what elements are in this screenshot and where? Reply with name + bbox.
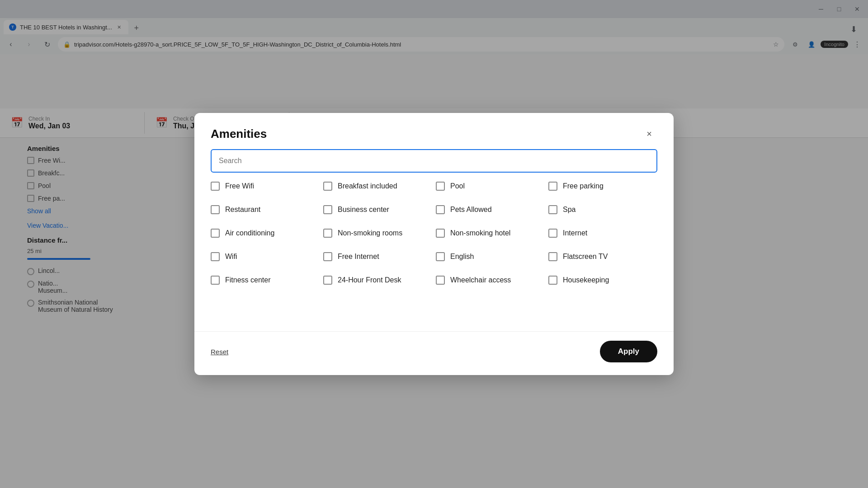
amenity-label-english: English bbox=[450, 253, 474, 261]
modal-body: Free Wifi Breakfast included Pool Free p… bbox=[194, 182, 674, 331]
amenity-non-smoking-rooms[interactable]: Non-smoking rooms bbox=[323, 229, 432, 238]
amenity-label-pets-allowed: Pets Allowed bbox=[450, 206, 492, 214]
amenity-pets-allowed[interactable]: Pets Allowed bbox=[436, 205, 545, 214]
amenity-fitness-center[interactable]: Fitness center bbox=[211, 276, 320, 285]
amenity-24-hour-front-desk[interactable]: 24-Hour Front Desk bbox=[323, 276, 432, 285]
amenity-pool[interactable]: Pool bbox=[436, 182, 545, 191]
checkbox-restaurant[interactable] bbox=[211, 205, 220, 214]
checkbox-air-conditioning[interactable] bbox=[211, 229, 220, 238]
amenities-modal: Amenities × Free Wifi Breakfast included… bbox=[194, 113, 674, 375]
amenity-non-smoking-hotel[interactable]: Non-smoking hotel bbox=[436, 229, 545, 238]
amenity-label-24-hour-front-desk: 24-Hour Front Desk bbox=[338, 276, 401, 284]
amenity-label-wheelchair-access: Wheelchair access bbox=[450, 276, 511, 284]
amenity-label-free-wifi: Free Wifi bbox=[225, 182, 254, 190]
amenity-label-air-conditioning: Air conditioning bbox=[225, 229, 274, 237]
checkbox-pets-allowed[interactable] bbox=[436, 205, 445, 214]
checkbox-english[interactable] bbox=[436, 252, 445, 261]
amenity-label-spa: Spa bbox=[563, 206, 576, 214]
amenity-wheelchair-access[interactable]: Wheelchair access bbox=[436, 276, 545, 285]
amenity-free-parking[interactable]: Free parking bbox=[548, 182, 657, 191]
checkbox-fitness-center[interactable] bbox=[211, 276, 220, 285]
amenity-label-wifi: Wifi bbox=[225, 253, 237, 261]
amenity-label-free-internet: Free Internet bbox=[338, 253, 379, 261]
amenity-english[interactable]: English bbox=[436, 252, 545, 261]
modal-search-input[interactable] bbox=[219, 157, 649, 165]
checkbox-wheelchair-access[interactable] bbox=[436, 276, 445, 285]
amenity-internet[interactable]: Internet bbox=[548, 229, 657, 238]
modal-header: Amenities × bbox=[194, 113, 674, 149]
checkbox-wifi[interactable] bbox=[211, 252, 220, 261]
checkbox-flatscreen-tv[interactable] bbox=[548, 252, 557, 261]
amenities-grid: Free Wifi Breakfast included Pool Free p… bbox=[211, 182, 657, 296]
amenity-business-center[interactable]: Business center bbox=[323, 205, 432, 214]
modal-title: Amenities bbox=[211, 127, 267, 141]
checkbox-pool[interactable] bbox=[436, 182, 445, 191]
modal-search-container[interactable] bbox=[211, 149, 657, 173]
amenity-label-breakfast: Breakfast included bbox=[338, 182, 397, 190]
checkbox-non-smoking-hotel[interactable] bbox=[436, 229, 445, 238]
amenity-air-conditioning[interactable]: Air conditioning bbox=[211, 229, 320, 238]
amenity-label-internet: Internet bbox=[563, 229, 587, 237]
checkbox-spa[interactable] bbox=[548, 205, 557, 214]
checkbox-business-center[interactable] bbox=[323, 205, 332, 214]
modal-close-button[interactable]: × bbox=[641, 126, 657, 142]
amenity-label-flatscreen-tv: Flatscreen TV bbox=[563, 253, 608, 261]
amenity-label-pool: Pool bbox=[450, 182, 465, 190]
amenity-label-housekeeping: Housekeeping bbox=[563, 276, 609, 284]
amenity-label-free-parking: Free parking bbox=[563, 182, 604, 190]
amenity-breakfast[interactable]: Breakfast included bbox=[323, 182, 432, 191]
amenity-wifi[interactable]: Wifi bbox=[211, 252, 320, 261]
amenity-housekeeping[interactable]: Housekeeping bbox=[548, 276, 657, 285]
checkbox-free-parking[interactable] bbox=[548, 182, 557, 191]
checkbox-breakfast[interactable] bbox=[323, 182, 332, 191]
amenity-label-non-smoking-hotel: Non-smoking hotel bbox=[450, 229, 510, 237]
checkbox-internet[interactable] bbox=[548, 229, 557, 238]
checkbox-non-smoking-rooms[interactable] bbox=[323, 229, 332, 238]
amenity-label-non-smoking-rooms: Non-smoking rooms bbox=[338, 229, 402, 237]
amenity-free-internet[interactable]: Free Internet bbox=[323, 252, 432, 261]
amenity-flatscreen-tv[interactable]: Flatscreen TV bbox=[548, 252, 657, 261]
amenity-restaurant[interactable]: Restaurant bbox=[211, 205, 320, 214]
checkbox-24-hour-front-desk[interactable] bbox=[323, 276, 332, 285]
modal-footer: Reset Apply bbox=[194, 331, 674, 375]
reset-link[interactable]: Reset bbox=[211, 348, 228, 356]
checkbox-housekeeping[interactable] bbox=[548, 276, 557, 285]
amenity-label-fitness-center: Fitness center bbox=[225, 276, 270, 284]
amenity-label-business-center: Business center bbox=[338, 206, 389, 214]
amenity-free-wifi[interactable]: Free Wifi bbox=[211, 182, 320, 191]
amenity-spa[interactable]: Spa bbox=[548, 205, 657, 214]
checkbox-free-wifi[interactable] bbox=[211, 182, 220, 191]
apply-button[interactable]: Apply bbox=[600, 341, 657, 362]
checkbox-free-internet[interactable] bbox=[323, 252, 332, 261]
amenity-label-restaurant: Restaurant bbox=[225, 206, 260, 214]
